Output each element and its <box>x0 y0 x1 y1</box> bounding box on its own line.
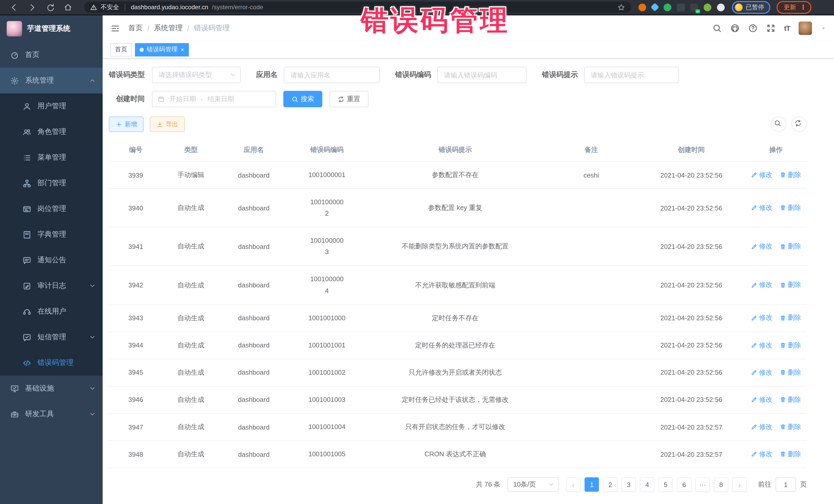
browser-update-button[interactable]: 更新 ⋮ <box>776 1 811 14</box>
sidebar-item-错误码管理[interactable]: 错误码管理 <box>0 350 103 376</box>
gear-icon <box>10 76 19 85</box>
reset-button[interactable]: 重置 <box>329 91 369 107</box>
sidebar-item-通知公告[interactable]: 通知公告 <box>0 247 103 273</box>
sidebar-item-部门管理[interactable]: 部门管理 <box>0 170 103 196</box>
tab-错误码管理[interactable]: 错误码管理× <box>135 43 189 56</box>
page-button-4[interactable]: 4 <box>640 477 654 492</box>
user-avatar[interactable] <box>798 22 812 35</box>
edit-link[interactable]: 修改 <box>751 313 772 323</box>
cell-错误码提示: 只允许修改为开启或者关闭状态 <box>366 359 545 386</box>
cell-编号: 3939 <box>109 161 163 189</box>
search-button[interactable]: 搜索 <box>283 91 322 107</box>
tab-首页[interactable]: 首页 <box>110 43 132 56</box>
breadcrumb-system[interactable]: 系统管理 <box>154 24 183 33</box>
ext-orange-icon[interactable] <box>638 3 646 11</box>
profile-paused-badge[interactable]: 已暂停 <box>732 1 770 14</box>
delete-link[interactable]: 删除 <box>780 242 801 251</box>
browser-home-icon[interactable] <box>64 3 72 12</box>
page-button-5[interactable]: 5 <box>658 477 673 492</box>
tab-active-dot <box>139 47 144 51</box>
cell-类型: 自动生成 <box>163 304 219 332</box>
edit-link[interactable]: 修改 <box>751 395 772 404</box>
edit-link[interactable]: 修改 <box>751 242 772 251</box>
github-icon[interactable] <box>730 24 740 33</box>
add-button[interactable]: 新增 <box>109 116 144 132</box>
jump-label: 前往 <box>758 480 771 489</box>
sidebar: 芋道管理系统 首页系统管理用户管理角色管理菜单管理部门管理岗位管理字典管理通知公… <box>0 15 103 504</box>
page-button-8[interactable]: 8 <box>714 477 728 492</box>
ext-gem-icon[interactable] <box>651 3 659 12</box>
jump-page-input[interactable] <box>775 477 796 492</box>
edit-link[interactable]: 修改 <box>751 341 772 350</box>
cell-错误码提示: 不允许获取敏感配置到前端 <box>366 266 545 304</box>
edit-link[interactable]: 修改 <box>751 422 772 432</box>
cell-创建时间: 2021-04-20 23:52:56 <box>637 189 745 227</box>
browser-back-icon[interactable] <box>10 3 19 12</box>
collapse-sidebar-icon[interactable] <box>110 23 120 33</box>
delete-link[interactable]: 删除 <box>780 422 801 432</box>
fullscreen-icon[interactable] <box>766 24 775 33</box>
app-logo-row[interactable]: 芋道管理系统 <box>0 15 103 42</box>
refresh-table-button[interactable] <box>791 116 807 132</box>
sidebar-item-label: 岗位管理 <box>38 204 66 214</box>
cell-错误码编码: 1001001002 <box>288 359 366 386</box>
sidebar-item-审计日志[interactable]: 审计日志 <box>0 273 103 299</box>
sidebar-item-首页[interactable]: 首页 <box>0 42 103 68</box>
ext-green-icon[interactable] <box>664 3 671 11</box>
help-icon[interactable] <box>748 24 758 33</box>
user-menu-caret-icon[interactable] <box>821 25 826 31</box>
delete-link[interactable]: 删除 <box>780 170 801 180</box>
sidebar-item-菜单管理[interactable]: 菜单管理 <box>0 145 103 170</box>
delete-link[interactable]: 删除 <box>780 203 801 213</box>
page-button-2[interactable]: 2 <box>603 477 617 492</box>
more-pages-button[interactable]: ··· <box>696 477 710 492</box>
delete-link[interactable]: 删除 <box>780 341 801 350</box>
error-code-input[interactable] <box>437 67 527 83</box>
ext-key-icon[interactable] <box>704 3 711 11</box>
delete-link[interactable]: 删除 <box>780 313 801 323</box>
header-search-icon[interactable] <box>712 24 722 33</box>
sidebar-item-用户管理[interactable]: 用户管理 <box>0 93 103 119</box>
edit-link[interactable]: 修改 <box>751 203 772 213</box>
error-hint-input[interactable] <box>584 67 679 83</box>
tab-close-icon[interactable]: × <box>181 46 184 52</box>
page-size-select[interactable]: 10条/页 <box>508 477 559 492</box>
ext-on-icon[interactable]: on <box>690 3 698 11</box>
delete-link[interactable]: 删除 <box>780 281 801 290</box>
sidebar-item-字典管理[interactable]: 字典管理 <box>0 222 103 247</box>
prev-page-button[interactable]: ‹ <box>566 477 580 492</box>
edit-link[interactable]: 修改 <box>751 170 772 180</box>
export-button[interactable]: 导出 <box>150 116 185 132</box>
next-page-button[interactable]: › <box>732 477 747 492</box>
address-bar[interactable]: 不安全 dashboard.yudao.iocoder.cn /system/e… <box>84 2 631 13</box>
font-size-icon[interactable]: tT <box>784 24 790 32</box>
delete-link[interactable]: 删除 <box>780 450 801 459</box>
sidebar-item-短信管理[interactable]: 短信管理 <box>0 324 103 350</box>
bookmark-star-icon[interactable] <box>617 3 625 11</box>
sidebar-item-角色管理[interactable]: 角色管理 <box>0 119 103 145</box>
sidebar-item-系统管理[interactable]: 系统管理 <box>0 68 103 93</box>
edit-link[interactable]: 修改 <box>751 281 772 290</box>
delete-link[interactable]: 删除 <box>780 395 801 404</box>
page-button-1[interactable]: 1 <box>585 477 599 492</box>
page-button-6[interactable]: 6 <box>677 477 691 492</box>
app-name-input[interactable] <box>284 67 380 83</box>
breadcrumb-home[interactable]: 首页 <box>128 24 143 33</box>
ext-grid-icon[interactable] <box>677 3 685 11</box>
sidebar-item-基础设施[interactable]: 基础设施 <box>0 376 103 401</box>
cell-错误码编码: 1001001003 <box>288 386 366 413</box>
sidebar-item-岗位管理[interactable]: 岗位管理 <box>0 196 103 222</box>
page-button-3[interactable]: 3 <box>621 477 636 492</box>
show-search-toggle-button[interactable] <box>771 116 786 132</box>
edit-link[interactable]: 修改 <box>751 450 772 459</box>
browser-forward-icon[interactable] <box>28 3 37 12</box>
delete-link[interactable]: 删除 <box>780 368 801 377</box>
sidebar-item-研发工具[interactable]: 研发工具 <box>0 401 103 427</box>
browser-menu-icon[interactable]: ⋮ <box>800 4 806 11</box>
ext-puzzle-icon[interactable] <box>717 3 725 11</box>
error-type-select[interactable]: 请选择错误码类型 <box>152 67 241 83</box>
edit-link[interactable]: 修改 <box>751 368 772 377</box>
sidebar-item-在线用户[interactable]: 在线用户 <box>0 299 103 324</box>
browser-reload-icon[interactable] <box>46 3 54 12</box>
create-time-range-picker[interactable]: 开始日期 - 结束日期 <box>152 91 276 107</box>
